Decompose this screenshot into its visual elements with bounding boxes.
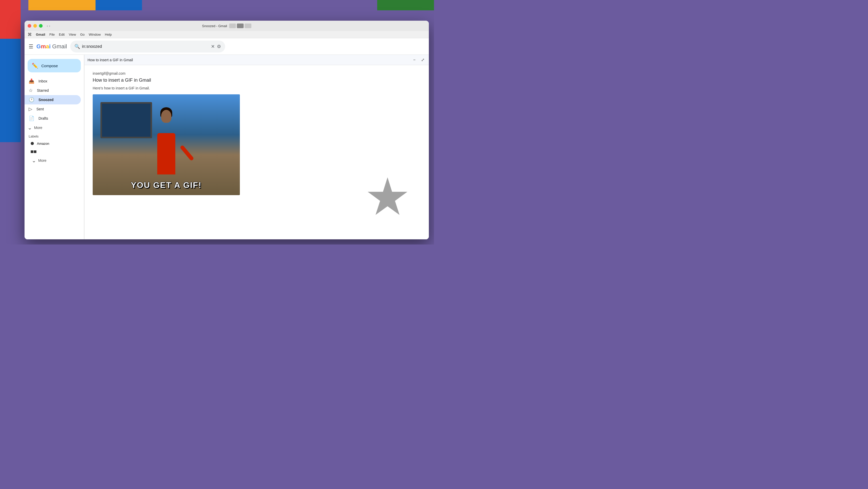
gmail-header: ☰ Gmai Gmail 🔍 in:snoozed ✕ ⚙ — [25, 38, 429, 55]
sidebar-item-snoozed[interactable]: 🕐 Snoozed — [25, 95, 81, 105]
email-body-text: Here's how to insert a GIF in Gmail. — [93, 86, 421, 90]
labels-more-label: More — [38, 159, 46, 163]
sent-label: Sent — [36, 107, 44, 111]
menu-go[interactable]: Go — [80, 33, 85, 36]
menu-window[interactable]: Window — [89, 33, 101, 36]
sidebar: ✏️ Compose 📥 Inbox ☆ Starred 🕐 Snoozed ▷ — [25, 55, 84, 239]
fullscreen-button[interactable] — [39, 24, 42, 28]
label-item-2[interactable] — [29, 148, 77, 156]
email-from: insertgif@gmail.com — [93, 71, 421, 76]
back-arrow[interactable]: ‹ — [47, 24, 48, 28]
minimize-email-button[interactable]: − — [411, 57, 417, 63]
gmail-logo-icon: Gmai — [36, 43, 51, 50]
minimize-button[interactable] — [33, 24, 37, 28]
tab-3[interactable] — [245, 24, 251, 28]
tab-2[interactable] — [237, 24, 244, 28]
gmail-logo-text: Gmail — [52, 43, 67, 50]
bg-stripe-blue2 — [0, 39, 21, 142]
sidebar-more-button[interactable]: ⌄ More — [25, 123, 81, 132]
menu-gmail[interactable]: Gmail — [36, 33, 45, 36]
forward-arrow[interactable]: › — [49, 24, 50, 28]
email-viewer-title: How to insert a GIF in Gmail — [88, 58, 133, 62]
search-input[interactable]: in:snoozed — [82, 44, 209, 49]
tab-1[interactable] — [229, 24, 236, 28]
compose-label: Compose — [41, 64, 58, 68]
labels-section: Labels Amazon ⌄ More — [25, 132, 84, 166]
sidebar-item-sent[interactable]: ▷ Sent — [25, 105, 81, 114]
label-sq-2 — [34, 150, 36, 153]
bg-stripe-green — [377, 0, 434, 10]
email-viewer-header: How to insert a GIF in Gmail − ⤢ — [85, 55, 429, 65]
gif-text-overlay: YOU GET A GIF! — [131, 180, 202, 190]
compose-button[interactable]: ✏️ Compose — [28, 59, 81, 73]
bg-stripe-orange — [28, 0, 95, 10]
starred-icon: ☆ — [29, 88, 33, 93]
watermark-logo — [367, 177, 413, 229]
compose-pencil-icon: ✏️ — [32, 62, 38, 69]
snoozed-label: Snoozed — [38, 98, 54, 102]
chevron-down-icon-2: ⌄ — [32, 157, 36, 164]
drafts-icon: 📄 — [29, 116, 34, 121]
close-button[interactable] — [28, 24, 31, 28]
menu-file[interactable]: File — [49, 33, 55, 36]
title-bar-center: Snoozed - Gmail — [202, 24, 251, 28]
title-bar: ‹ › Snoozed - Gmail — [25, 21, 429, 31]
email-subject: How to insert a GIF in Gmail — [93, 78, 421, 83]
expand-email-button[interactable]: ⤢ — [420, 57, 426, 63]
email-controls: − ⤢ — [411, 57, 426, 63]
apple-menu[interactable]: ⌘ — [28, 32, 32, 37]
search-bar[interactable]: 🔍 in:snoozed ✕ ⚙ — [70, 40, 225, 53]
inbox-label: Inbox — [38, 79, 47, 83]
window-title: Snoozed - Gmail — [202, 24, 227, 28]
starred-label: Starred — [37, 88, 49, 92]
search-icon: 🔍 — [74, 44, 80, 49]
chevron-down-icon: ⌄ — [28, 124, 32, 131]
label-item-amazon[interactable]: Amazon — [29, 139, 77, 148]
menu-help[interactable]: Help — [105, 33, 112, 36]
label-sq-1 — [31, 150, 33, 153]
labels-more-button[interactable]: ⌄ More — [29, 156, 77, 165]
menubar: ⌘ Gmail File Edit View Go Window Help — [25, 31, 429, 38]
watermark-star — [367, 177, 408, 219]
label-name-amazon: Amazon — [37, 142, 49, 145]
hamburger-menu[interactable]: ☰ — [29, 44, 33, 50]
label-dot-amazon — [31, 142, 34, 145]
gif-background — [93, 94, 240, 195]
sidebar-item-drafts[interactable]: 📄 Drafts — [25, 114, 81, 123]
gif-image: YOU GET A GIF! — [93, 94, 240, 195]
search-filter-icon[interactable]: ⚙ — [217, 44, 221, 49]
search-clear-icon[interactable]: ✕ — [211, 44, 215, 49]
person-head — [161, 110, 172, 123]
bg-stripe-blue — [95, 0, 142, 10]
person-arm — [180, 145, 194, 161]
gmail-logo: Gmai Gmail — [36, 43, 67, 50]
nav-arrows: ‹ › — [47, 24, 50, 28]
title-bar-tabs — [229, 24, 251, 28]
person-body — [157, 133, 175, 174]
more-label: More — [34, 125, 42, 130]
label-squares-icon — [31, 150, 36, 153]
sidebar-item-inbox[interactable]: 📥 Inbox — [25, 77, 81, 86]
snoozed-icon: 🕐 — [29, 97, 34, 103]
menu-edit[interactable]: Edit — [59, 33, 65, 36]
labels-title: Labels — [29, 135, 80, 138]
gif-person — [143, 110, 189, 174]
inbox-icon: 📥 — [29, 78, 34, 84]
sidebar-item-starred[interactable]: ☆ Starred — [25, 86, 81, 95]
sent-icon: ▷ — [29, 106, 32, 112]
drafts-label: Drafts — [38, 116, 48, 120]
menu-view[interactable]: View — [69, 33, 76, 36]
